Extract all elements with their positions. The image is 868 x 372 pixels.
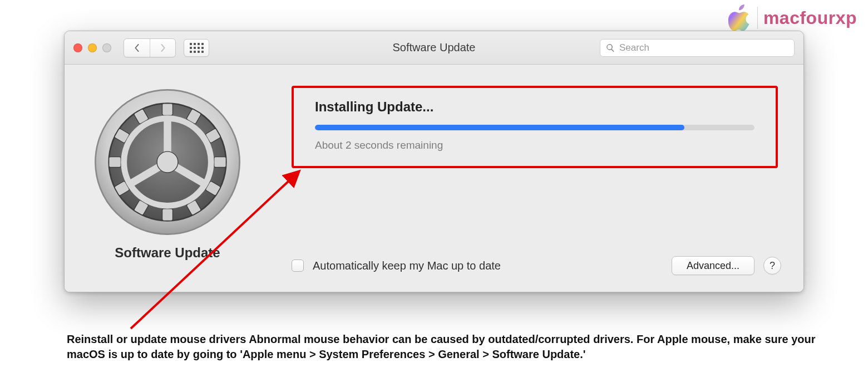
- zoom-window-button[interactable]: [102, 43, 111, 52]
- system-preferences-window: Software Update: [64, 31, 804, 292]
- annotation-caption: Reinstall or update mouse drivers Abnorm…: [67, 332, 835, 362]
- watermark-logo: macfourxp: [728, 4, 857, 31]
- watermark-brand-text: macfourxp: [763, 8, 857, 28]
- help-button[interactable]: ?: [763, 257, 781, 275]
- install-remaining-text: About 2 seconds remaining: [315, 139, 754, 151]
- main-content-column: Installing Update... About 2 seconds rem…: [270, 65, 803, 292]
- close-window-button[interactable]: [73, 43, 82, 52]
- svg-point-7: [157, 151, 178, 173]
- software-update-gear-icon: [92, 87, 243, 237]
- install-progress-bar: [315, 125, 754, 130]
- search-field-wrap[interactable]: [600, 39, 795, 57]
- pane-label: Software Update: [115, 245, 220, 261]
- window-toolbar: Software Update: [65, 31, 803, 65]
- search-icon: [606, 43, 615, 52]
- bottom-controls-row: Automatically keep my Mac up to date Adv…: [270, 256, 781, 292]
- svg-rect-2: [162, 104, 173, 116]
- traffic-lights: [73, 43, 111, 52]
- watermark-divider: [757, 7, 758, 29]
- install-status-heading: Installing Update...: [315, 99, 754, 115]
- search-input[interactable]: [619, 42, 788, 53]
- pane-icon-column: Software Update: [65, 65, 270, 292]
- nav-back-forward: [124, 38, 176, 57]
- back-button[interactable]: [124, 39, 150, 57]
- advanced-button[interactable]: Advanced...: [672, 256, 754, 275]
- forward-button[interactable]: [150, 39, 175, 57]
- show-all-prefs-button[interactable]: [184, 39, 209, 57]
- auto-update-label: Automatically keep my Mac up to date: [313, 260, 501, 272]
- minimize-window-button[interactable]: [88, 43, 97, 52]
- annotation-highlight-box: Installing Update... About 2 seconds rem…: [292, 86, 778, 168]
- window-content: Software Update Installing Update... Abo…: [65, 65, 803, 292]
- install-progress-fill: [315, 125, 684, 130]
- auto-update-checkbox[interactable]: [292, 260, 304, 272]
- grid-icon: [190, 43, 204, 53]
- apple-logo-icon: [728, 4, 752, 31]
